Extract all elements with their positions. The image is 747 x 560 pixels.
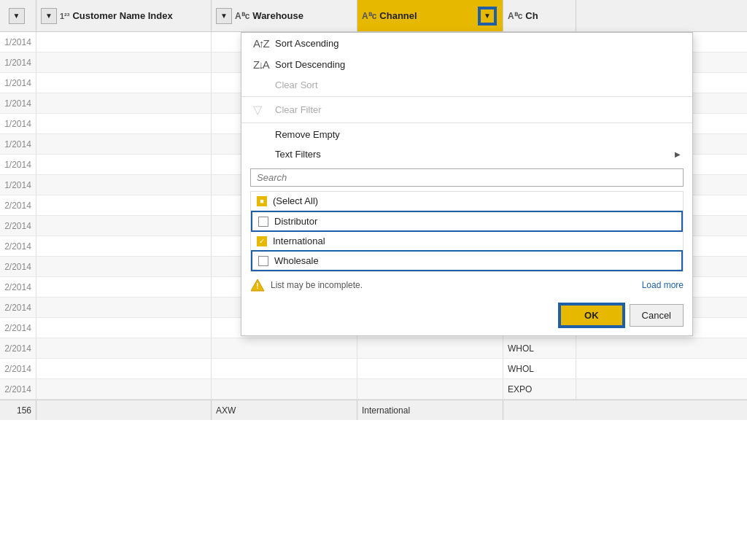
- filter-international-item[interactable]: ✓ International: [251, 232, 683, 250]
- clear-filter-item[interactable]: ▽ Clear Filter: [241, 98, 692, 121]
- header-customer-dropdown[interactable]: ▼: [41, 8, 57, 24]
- cell-index-3: 1/2014: [0, 93, 36, 113]
- header-warehouse-dropdown[interactable]: ▼: [216, 8, 232, 24]
- cell-next-15: WHOL: [503, 338, 576, 358]
- distributor-label: Distributor: [274, 216, 317, 227]
- dropdown-arrow-icon4: ▼: [484, 12, 491, 20]
- clear-sort-item[interactable]: Clear Sort: [241, 75, 692, 95]
- cell-customer-3: [36, 93, 212, 113]
- footer-channel-cell: International: [357, 400, 503, 420]
- next-type-icon: Aᴮc: [508, 11, 522, 21]
- sort-descending-label: Sort Descending: [275, 59, 345, 70]
- dropdown-arrow-icon2: ▼: [45, 12, 53, 20]
- wholesale-label: Wholesale: [274, 255, 319, 266]
- cell-customer-16: [36, 359, 212, 378]
- cell-index-15: 2/2014: [0, 338, 36, 358]
- international-label: International: [273, 236, 325, 246]
- channel-type-icon: Aᴮc: [362, 11, 376, 21]
- channel-col-label: Channel: [379, 10, 417, 21]
- cell-customer-15: [36, 338, 212, 358]
- header-col-index: ▼: [0, 0, 36, 31]
- cell-customer-12: [36, 277, 212, 297]
- cell-customer-4: [36, 114, 212, 133]
- warning-area: ! List may be incomplete. Load more: [241, 272, 692, 298]
- menu-sep-2: [241, 122, 692, 123]
- remove-empty-item[interactable]: Remove Empty: [241, 125, 692, 144]
- cell-customer-2: [36, 73, 212, 93]
- cell-index-2: 1/2014: [0, 73, 36, 93]
- cell-channel-15: [357, 338, 503, 358]
- cell-index-10: 2/2014: [0, 236, 36, 256]
- footer-customer-cell: [36, 400, 212, 420]
- footer-index-val: 156: [17, 405, 31, 416]
- cell-customer-7: [36, 175, 212, 195]
- header-col-channel: Aᴮc Channel ▼: [357, 0, 503, 31]
- clear-filter-icon: ▽: [253, 103, 269, 117]
- header-col-warehouse: ▼ Aᴮc Warehouse: [212, 0, 357, 31]
- cell-index-9: 2/2014: [0, 216, 36, 236]
- sort-asc-icon: A↑Z: [253, 37, 269, 50]
- cell-customer-13: [36, 298, 212, 317]
- cell-channel-17: [357, 379, 503, 399]
- cell-customer-17: [36, 379, 212, 399]
- next-col-label: Ch: [525, 10, 538, 21]
- filter-select-all-item[interactable]: ■ (Select All): [251, 192, 683, 211]
- cell-customer-9: [36, 216, 212, 236]
- load-more-link[interactable]: Load more: [642, 280, 684, 290]
- cell-index-16: 2/2014: [0, 359, 36, 378]
- sort-ascending-label: Sort Ascending: [275, 38, 338, 49]
- international-checkbox[interactable]: ✓: [257, 236, 267, 246]
- cell-index-1: 1/2014: [0, 52, 36, 72]
- cell-customer-1: [36, 52, 212, 72]
- warehouse-type-icon: Aᴮc: [235, 11, 249, 21]
- cell-index-4: 1/2014: [0, 114, 36, 133]
- customer-sort-icon: 1²³: [60, 12, 69, 20]
- warehouse-col-label: Warehouse: [252, 10, 303, 21]
- svg-text:!: !: [256, 282, 258, 290]
- ok-button[interactable]: OK: [560, 304, 624, 327]
- cell-channel-16: [357, 359, 503, 378]
- warning-icon: !: [250, 278, 265, 292]
- distributor-checkbox[interactable]: [258, 217, 268, 227]
- cell-warehouse-15: [212, 338, 357, 358]
- footer-index-cell: 156: [0, 400, 36, 420]
- cell-customer-14: [36, 318, 212, 338]
- footer-warehouse-cell: AXW: [212, 400, 357, 420]
- grid-header: ▼ ▼ 1²³ Customer Name Index ▼ Aᴮc Wareho…: [0, 0, 747, 32]
- header-index-dropdown[interactable]: ▼: [9, 8, 25, 24]
- cell-index-0: 1/2014: [0, 32, 36, 52]
- cell-index-11: 2/2014: [0, 257, 36, 276]
- filter-wholesale-item[interactable]: Wholesale: [251, 250, 683, 271]
- filter-distributor-item[interactable]: Distributor: [251, 211, 683, 232]
- cancel-button[interactable]: Cancel: [630, 304, 684, 327]
- grid-container: ▼ ▼ 1²³ Customer Name Index ▼ Aᴮc Wareho…: [0, 0, 747, 560]
- cell-index-7: 1/2014: [0, 175, 36, 195]
- column-filter-dropdown: A↑Z Sort Ascending Z↓A Sort Descending C…: [241, 32, 693, 336]
- clear-filter-label: Clear Filter: [275, 104, 322, 115]
- customer-col-label: Customer Name Index: [72, 10, 172, 21]
- cell-index-17: 2/2014: [0, 379, 36, 399]
- sort-ascending-item[interactable]: A↑Z Sort Ascending: [241, 33, 692, 54]
- text-filters-label: Text Filters: [275, 149, 321, 160]
- cell-customer-5: [36, 134, 212, 154]
- cell-customer-11: [36, 257, 212, 276]
- check-icon: ✓: [259, 237, 265, 245]
- wholesale-checkbox[interactable]: [258, 256, 268, 266]
- text-filters-item[interactable]: Text Filters ▶: [241, 144, 692, 164]
- dropdown-arrow-icon3: ▼: [220, 12, 228, 20]
- cell-warehouse-17: [212, 379, 357, 399]
- select-all-checkbox[interactable]: ■: [257, 196, 267, 206]
- header-channel-dropdown[interactable]: ▼: [479, 8, 495, 24]
- filter-search-input[interactable]: [257, 172, 677, 183]
- remove-empty-label: Remove Empty: [275, 129, 340, 140]
- button-row: OK Cancel: [241, 298, 692, 332]
- grid-footer-row: 156 AXW International: [0, 400, 747, 420]
- cell-customer-6: [36, 155, 212, 174]
- cell-index-8: 2/2014: [0, 195, 36, 215]
- sort-desc-icon: Z↓A: [253, 58, 269, 71]
- cell-index-12: 2/2014: [0, 277, 36, 297]
- table-row: 2/2014 EXPO: [0, 379, 747, 400]
- sort-descending-item[interactable]: Z↓A Sort Descending: [241, 54, 692, 75]
- clear-sort-label: Clear Sort: [275, 79, 318, 90]
- cell-index-13: 2/2014: [0, 298, 36, 317]
